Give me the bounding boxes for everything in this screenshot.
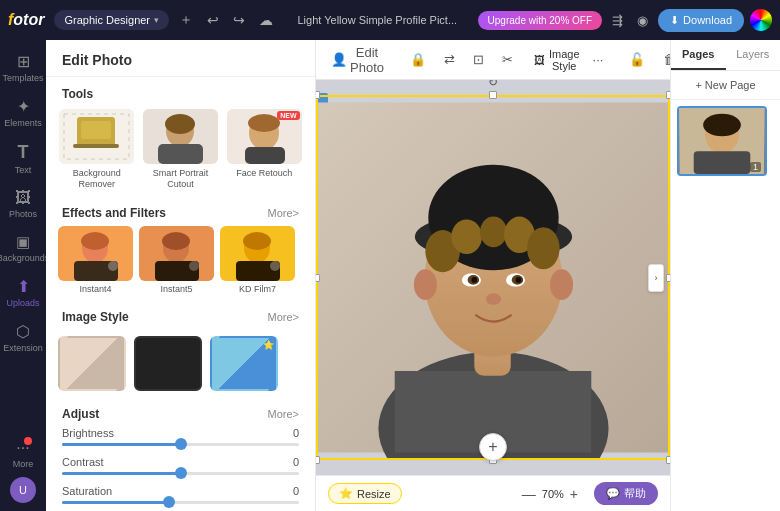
more-options-button[interactable]: ··· — [588, 49, 609, 70]
canvas-image-container[interactable]: ↻ — [316, 95, 670, 460]
contrast-slider[interactable] — [62, 472, 299, 475]
svg-rect-8 — [158, 144, 203, 164]
chat-icon: 💬 — [606, 487, 620, 500]
new-page-button[interactable]: + New Page — [671, 71, 780, 100]
adjust-section: Brightness 0 Contrast 0 — [46, 427, 315, 511]
resize-handle-tr[interactable] — [666, 91, 670, 99]
filter-kd-film7[interactable]: KD Film7 — [220, 226, 295, 294]
resize-handle-tl[interactable] — [316, 91, 320, 99]
style-option-3[interactable] — [210, 336, 278, 391]
sidebar-item-more[interactable]: ··· More — [0, 433, 46, 475]
portrait-preview — [143, 109, 218, 164]
style-option-1[interactable] — [58, 336, 126, 391]
resize-star-icon: ⭐ — [339, 487, 353, 500]
download-button[interactable]: ⬇ Download — [658, 9, 744, 32]
brightness-slider[interactable] — [62, 443, 299, 446]
image-icon: 🖼 — [534, 54, 545, 66]
resize-button[interactable]: ⭐ Resize — [328, 483, 402, 504]
tool-face-retouch[interactable]: NEW Face Retouch — [225, 109, 303, 190]
effects-section-header: Effects and Filters More> — [46, 200, 315, 226]
flip-horizontal-button[interactable]: ⇄ — [439, 49, 460, 70]
effects-more-link[interactable]: More> — [268, 207, 300, 219]
style-row — [46, 330, 315, 401]
sidebar-item-uploads[interactable]: ⬆ Uploads — [0, 271, 46, 314]
resize-handle-r[interactable] — [666, 274, 670, 282]
brightness-row: Brightness 0 — [62, 427, 299, 446]
sidebar-item-text[interactable]: T Text — [0, 136, 46, 181]
brightness-label: Brightness — [62, 427, 114, 439]
canvas-toolbar: 👤 Edit Photo 🔒 ⇄ ⊡ ✂ 🖼 Image Style ··· 🔓… — [316, 40, 670, 80]
tool-smart-portrait[interactable]: Smart Portrait Cutout — [142, 109, 220, 190]
filter-instant5[interactable]: Instant5 — [139, 226, 214, 294]
contrast-row: Contrast 0 — [62, 456, 299, 475]
sidebar: ⊞ Templates ✦ Elements T Text 🖼 Photos ▣… — [0, 40, 46, 511]
add-page-canvas-button[interactable]: + — [479, 433, 507, 461]
rotation-handle[interactable]: ↻ — [488, 80, 498, 89]
saturation-thumb[interactable] — [163, 496, 175, 508]
svg-point-39 — [471, 277, 477, 283]
svg-point-20 — [162, 232, 190, 250]
share-button[interactable]: ⇶ — [608, 9, 627, 32]
svg-point-43 — [550, 269, 573, 300]
resize-handle-l[interactable] — [316, 274, 320, 282]
adjust-title: Adjust — [62, 407, 99, 421]
contrast-label-row: Contrast 0 — [62, 456, 299, 468]
undo-button[interactable]: ↩ — [203, 8, 223, 32]
page-thumbnail-1[interactable]: 1 — [677, 106, 767, 176]
resize-handle-t[interactable] — [489, 91, 497, 99]
saturation-label-row: Saturation 0 — [62, 485, 299, 497]
topbar: fotor Graphic Designer ▾ ＋ ↩ ↪ ☁ Light Y… — [0, 0, 780, 40]
filter-thumb-instant4 — [58, 226, 133, 281]
filter-label: Instant4 — [79, 284, 111, 294]
cloud-save-button[interactable]: ☁ — [255, 8, 277, 32]
brightness-thumb[interactable] — [175, 438, 187, 450]
canvas-content[interactable]: ↻ — [316, 80, 670, 475]
edit-photo-toolbar-button[interactable]: 👤 Edit Photo — [326, 42, 389, 78]
add-page-topbar-button[interactable]: ＋ — [175, 7, 197, 33]
saturation-slider[interactable] — [62, 501, 299, 504]
canvas-delete-button[interactable]: 🗑 — [658, 49, 670, 70]
app-selector-button[interactable]: Graphic Designer ▾ — [54, 10, 169, 30]
sidebar-item-extension[interactable]: ⬡ Extension — [0, 316, 46, 359]
canvas-lock-button[interactable]: 🔓 — [624, 49, 650, 70]
canvas-image[interactable] — [316, 95, 670, 460]
help-button[interactable]: 💬 帮助 — [594, 482, 658, 505]
redo-button[interactable]: ↪ — [229, 8, 249, 32]
zoom-out-button[interactable]: — — [522, 486, 536, 502]
backgrounds-icon: ▣ — [16, 233, 30, 251]
image-style-more-link[interactable]: More> — [268, 311, 300, 323]
lock-icon-button[interactable]: 🔒 — [405, 49, 431, 70]
resize-handle-bl[interactable] — [316, 456, 320, 464]
svg-point-7 — [165, 114, 195, 134]
main-layout: ⊞ Templates ✦ Elements T Text 🖼 Photos ▣… — [0, 40, 780, 511]
person-edit-icon: 👤 — [331, 52, 347, 67]
crop-button[interactable]: ⊡ — [468, 49, 489, 70]
right-panel-tabs: Pages Layers — [671, 40, 780, 71]
tool-background-remover[interactable]: Background Remover — [58, 109, 136, 190]
page-number: 1 — [750, 162, 761, 172]
preview-button[interactable]: ◉ — [633, 9, 652, 32]
color-picker-circle[interactable] — [750, 9, 772, 31]
adjust-more-link[interactable]: More> — [268, 408, 300, 420]
sidebar-item-elements[interactable]: ✦ Elements — [0, 91, 46, 134]
svg-point-11 — [248, 114, 280, 132]
tab-pages[interactable]: Pages — [671, 40, 726, 70]
filter-instant4[interactable]: Instant4 — [58, 226, 133, 294]
adjust-canvas-button[interactable]: ✂ — [497, 49, 518, 70]
canvas-nav-right[interactable]: › — [648, 264, 664, 292]
style-option-2[interactable] — [134, 336, 202, 391]
more-dots: ··· — [16, 439, 29, 457]
uploads-icon: ⬆ — [17, 277, 30, 296]
sidebar-item-templates[interactable]: ⊞ Templates — [0, 46, 46, 89]
sidebar-item-photos[interactable]: 🖼 Photos — [0, 183, 46, 225]
tab-layers[interactable]: Layers — [726, 40, 781, 70]
upgrade-button[interactable]: Upgrade with 20% OFF — [478, 11, 603, 30]
zoom-in-button[interactable]: + — [570, 486, 578, 502]
svg-point-42 — [414, 269, 437, 300]
resize-handle-br[interactable] — [666, 456, 670, 464]
contrast-thumb[interactable] — [175, 467, 187, 479]
user-avatar[interactable]: U — [10, 477, 36, 503]
sidebar-item-backgrounds[interactable]: ▣ Backgrounds — [0, 227, 46, 269]
saturation-row: Saturation 0 — [62, 485, 299, 504]
image-style-toolbar-button[interactable]: 🖼 Image Style — [534, 48, 580, 72]
